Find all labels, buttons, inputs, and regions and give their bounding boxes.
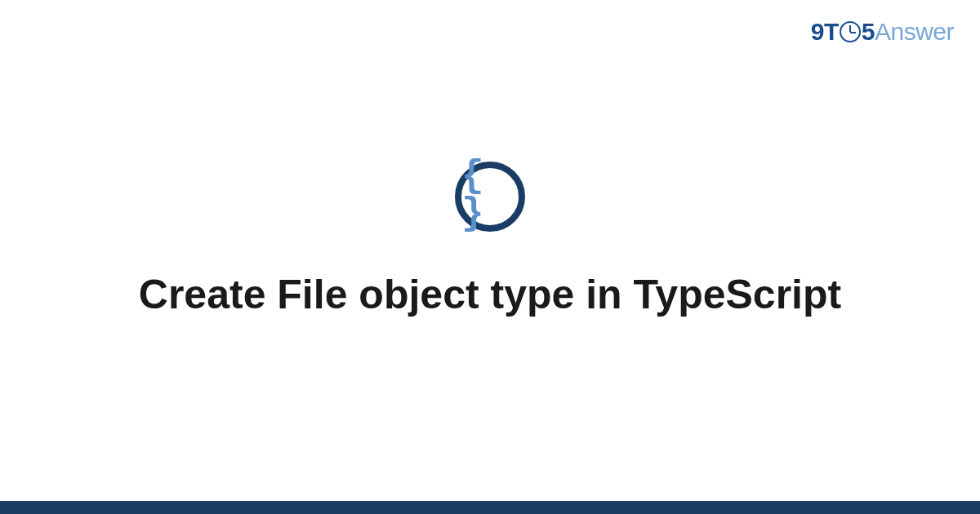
main-content: { } Create File object type in TypeScrip…: [0, 0, 980, 514]
code-braces-icon: { }: [461, 157, 519, 233]
footer-bar: [0, 501, 980, 514]
topic-icon-circle: { }: [455, 162, 525, 232]
page-title: Create File object type in TypeScript: [139, 269, 841, 321]
